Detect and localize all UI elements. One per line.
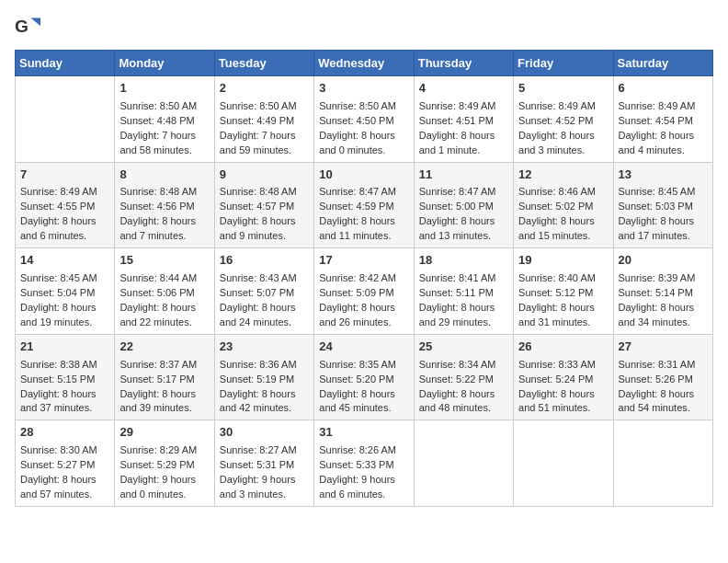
calendar-cell: 20Sunrise: 8:39 AM Sunset: 5:14 PM Dayli… bbox=[613, 248, 712, 335]
week-row-5: 28Sunrise: 8:30 AM Sunset: 5:27 PM Dayli… bbox=[16, 420, 713, 507]
weekday-header-friday: Friday bbox=[514, 51, 613, 76]
weekday-header-sunday: Sunday bbox=[16, 51, 115, 76]
day-number: 12 bbox=[518, 167, 608, 184]
day-number: 22 bbox=[119, 339, 209, 356]
cell-content: Sunrise: 8:49 AM Sunset: 4:51 PM Dayligh… bbox=[419, 99, 508, 158]
calendar-cell: 10Sunrise: 8:47 AM Sunset: 4:59 PM Dayli… bbox=[314, 162, 414, 248]
day-number: 8 bbox=[119, 167, 209, 184]
calendar-cell: 19Sunrise: 8:40 AM Sunset: 5:12 PM Dayli… bbox=[514, 248, 613, 335]
calendar-cell: 29Sunrise: 8:29 AM Sunset: 5:29 PM Dayli… bbox=[115, 420, 214, 507]
cell-content: Sunrise: 8:49 AM Sunset: 4:52 PM Dayligh… bbox=[518, 99, 608, 158]
cell-content: Sunrise: 8:43 AM Sunset: 5:07 PM Dayligh… bbox=[220, 271, 309, 330]
svg-marker-1 bbox=[31, 18, 41, 27]
calendar-cell: 18Sunrise: 8:41 AM Sunset: 5:11 PM Dayli… bbox=[414, 248, 513, 335]
calendar-cell: 4Sunrise: 8:49 AM Sunset: 4:51 PM Daylig… bbox=[414, 76, 513, 163]
calendar-body: 1Sunrise: 8:50 AM Sunset: 4:48 PM Daylig… bbox=[16, 76, 713, 507]
cell-content: Sunrise: 8:48 AM Sunset: 4:57 PM Dayligh… bbox=[220, 185, 309, 244]
calendar-cell: 1Sunrise: 8:50 AM Sunset: 4:48 PM Daylig… bbox=[115, 76, 214, 163]
cell-content: Sunrise: 8:50 AM Sunset: 4:50 PM Dayligh… bbox=[319, 99, 408, 158]
cell-content: Sunrise: 8:30 AM Sunset: 5:27 PM Dayligh… bbox=[20, 443, 109, 502]
day-number: 17 bbox=[319, 252, 408, 270]
day-number: 2 bbox=[220, 80, 309, 98]
cell-content: Sunrise: 8:38 AM Sunset: 5:15 PM Dayligh… bbox=[20, 358, 109, 417]
logo: G bbox=[15, 15, 44, 40]
cell-content: Sunrise: 8:33 AM Sunset: 5:24 PM Dayligh… bbox=[518, 358, 608, 417]
day-number: 31 bbox=[319, 424, 408, 442]
weekday-header-thursday: Thursday bbox=[414, 51, 513, 76]
day-number: 20 bbox=[619, 252, 708, 270]
cell-content: Sunrise: 8:50 AM Sunset: 4:49 PM Dayligh… bbox=[220, 99, 309, 158]
calendar-cell: 17Sunrise: 8:42 AM Sunset: 5:09 PM Dayli… bbox=[314, 248, 414, 335]
calendar-cell: 24Sunrise: 8:35 AM Sunset: 5:20 PM Dayli… bbox=[314, 334, 414, 420]
calendar-cell: 27Sunrise: 8:31 AM Sunset: 5:26 PM Dayli… bbox=[613, 334, 712, 420]
cell-content: Sunrise: 8:45 AM Sunset: 5:04 PM Dayligh… bbox=[20, 271, 109, 330]
calendar-cell: 31Sunrise: 8:26 AM Sunset: 5:33 PM Dayli… bbox=[314, 420, 414, 507]
weekday-header-row: SundayMondayTuesdayWednesdayThursdayFrid… bbox=[16, 51, 713, 76]
cell-content: Sunrise: 8:47 AM Sunset: 4:59 PM Dayligh… bbox=[319, 185, 408, 244]
svg-text:G: G bbox=[15, 17, 28, 36]
calendar-cell bbox=[613, 420, 712, 507]
day-number: 7 bbox=[20, 167, 109, 184]
day-number: 21 bbox=[20, 339, 109, 356]
calendar-cell bbox=[514, 420, 613, 507]
day-number: 9 bbox=[220, 167, 309, 184]
calendar-cell: 14Sunrise: 8:45 AM Sunset: 5:04 PM Dayli… bbox=[16, 248, 115, 335]
day-number: 3 bbox=[319, 80, 408, 98]
cell-content: Sunrise: 8:41 AM Sunset: 5:11 PM Dayligh… bbox=[419, 271, 508, 330]
cell-content: Sunrise: 8:46 AM Sunset: 5:02 PM Dayligh… bbox=[518, 185, 608, 244]
logo-icon: G bbox=[15, 15, 40, 40]
day-number: 16 bbox=[220, 252, 309, 270]
calendar-cell: 15Sunrise: 8:44 AM Sunset: 5:06 PM Dayli… bbox=[115, 248, 214, 335]
cell-content: Sunrise: 8:39 AM Sunset: 5:14 PM Dayligh… bbox=[619, 271, 708, 330]
calendar-cell bbox=[16, 76, 115, 163]
weekday-header-wednesday: Wednesday bbox=[314, 51, 414, 76]
week-row-1: 1Sunrise: 8:50 AM Sunset: 4:48 PM Daylig… bbox=[16, 76, 713, 163]
day-number: 15 bbox=[119, 252, 209, 270]
calendar-cell: 9Sunrise: 8:48 AM Sunset: 4:57 PM Daylig… bbox=[214, 162, 313, 248]
cell-content: Sunrise: 8:37 AM Sunset: 5:17 PM Dayligh… bbox=[119, 358, 209, 417]
cell-content: Sunrise: 8:26 AM Sunset: 5:33 PM Dayligh… bbox=[319, 443, 408, 502]
cell-content: Sunrise: 8:29 AM Sunset: 5:29 PM Dayligh… bbox=[119, 443, 209, 502]
cell-content: Sunrise: 8:44 AM Sunset: 5:06 PM Dayligh… bbox=[119, 271, 209, 330]
calendar-cell: 23Sunrise: 8:36 AM Sunset: 5:19 PM Dayli… bbox=[214, 334, 313, 420]
calendar-cell: 13Sunrise: 8:45 AM Sunset: 5:03 PM Dayli… bbox=[613, 162, 712, 248]
cell-content: Sunrise: 8:49 AM Sunset: 4:55 PM Dayligh… bbox=[20, 185, 109, 244]
cell-content: Sunrise: 8:50 AM Sunset: 4:48 PM Dayligh… bbox=[119, 99, 209, 158]
day-number: 13 bbox=[619, 167, 708, 184]
day-number: 11 bbox=[419, 167, 508, 184]
calendar-cell: 7Sunrise: 8:49 AM Sunset: 4:55 PM Daylig… bbox=[16, 162, 115, 248]
calendar-cell: 11Sunrise: 8:47 AM Sunset: 5:00 PM Dayli… bbox=[414, 162, 513, 248]
weekday-header-saturday: Saturday bbox=[613, 51, 712, 76]
day-number: 6 bbox=[619, 80, 708, 98]
calendar-cell: 28Sunrise: 8:30 AM Sunset: 5:27 PM Dayli… bbox=[16, 420, 115, 507]
calendar-cell: 21Sunrise: 8:38 AM Sunset: 5:15 PM Dayli… bbox=[16, 334, 115, 420]
cell-content: Sunrise: 8:36 AM Sunset: 5:19 PM Dayligh… bbox=[220, 358, 309, 417]
calendar-cell: 22Sunrise: 8:37 AM Sunset: 5:17 PM Dayli… bbox=[115, 334, 214, 420]
calendar-cell: 8Sunrise: 8:48 AM Sunset: 4:56 PM Daylig… bbox=[115, 162, 214, 248]
cell-content: Sunrise: 8:27 AM Sunset: 5:31 PM Dayligh… bbox=[220, 443, 309, 502]
day-number: 14 bbox=[20, 252, 109, 270]
calendar-cell: 12Sunrise: 8:46 AM Sunset: 5:02 PM Dayli… bbox=[514, 162, 613, 248]
day-number: 10 bbox=[319, 167, 408, 184]
cell-content: Sunrise: 8:45 AM Sunset: 5:03 PM Dayligh… bbox=[619, 185, 708, 244]
week-row-3: 14Sunrise: 8:45 AM Sunset: 5:04 PM Dayli… bbox=[16, 248, 713, 335]
day-number: 24 bbox=[319, 339, 408, 356]
day-number: 23 bbox=[220, 339, 309, 356]
day-number: 5 bbox=[518, 80, 608, 98]
day-number: 27 bbox=[619, 339, 708, 356]
day-number: 29 bbox=[119, 424, 209, 442]
cell-content: Sunrise: 8:35 AM Sunset: 5:20 PM Dayligh… bbox=[319, 358, 408, 417]
cell-content: Sunrise: 8:48 AM Sunset: 4:56 PM Dayligh… bbox=[119, 185, 209, 244]
header: G bbox=[15, 15, 713, 40]
day-number: 19 bbox=[518, 252, 608, 270]
calendar-cell: 30Sunrise: 8:27 AM Sunset: 5:31 PM Dayli… bbox=[214, 420, 313, 507]
day-number: 1 bbox=[119, 80, 209, 98]
calendar-cell: 16Sunrise: 8:43 AM Sunset: 5:07 PM Dayli… bbox=[214, 248, 313, 335]
cell-content: Sunrise: 8:40 AM Sunset: 5:12 PM Dayligh… bbox=[518, 271, 608, 330]
calendar-cell: 26Sunrise: 8:33 AM Sunset: 5:24 PM Dayli… bbox=[514, 334, 613, 420]
day-number: 4 bbox=[419, 80, 508, 98]
calendar-cell: 3Sunrise: 8:50 AM Sunset: 4:50 PM Daylig… bbox=[314, 76, 414, 163]
day-number: 26 bbox=[518, 339, 608, 356]
day-number: 30 bbox=[220, 424, 309, 442]
day-number: 28 bbox=[20, 424, 109, 442]
